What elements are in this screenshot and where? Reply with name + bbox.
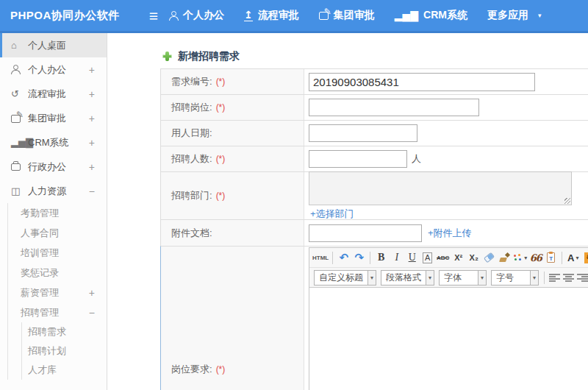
- chevron-down-icon: ▾: [530, 271, 538, 285]
- department-textarea[interactable]: [309, 171, 572, 205]
- home-icon: ⌂: [11, 40, 28, 51]
- font-border-button[interactable]: A: [423, 252, 432, 263]
- topnav-crm-system[interactable]: ▂▅▇ CRM系统: [395, 9, 467, 22]
- sidebar-item-rewards[interactable]: 奖惩记录: [8, 263, 107, 283]
- font-color-button[interactable]: A▾: [566, 249, 580, 266]
- field-value: [304, 95, 588, 120]
- subscript-button[interactable]: X₂: [467, 249, 481, 266]
- brush-icon: [500, 253, 509, 263]
- sidebar-item-hr-contract[interactable]: 人事合同: [8, 223, 107, 243]
- undo-button[interactable]: ↶: [337, 249, 351, 266]
- font-family-select[interactable]: 字体 ▾: [439, 270, 487, 286]
- topnav-personal-office[interactable]: 个人办公: [169, 9, 224, 22]
- sidebar-item-recruit-plan[interactable]: 招聘计划: [22, 341, 107, 361]
- field-label: 招聘岗位: (*): [161, 95, 304, 120]
- required-marker: (*): [216, 77, 226, 87]
- form-row-headcount: 招聘人数: (*) 人: [160, 146, 588, 171]
- sidebar-item-label: 集团审批: [28, 112, 66, 125]
- paste-from-word-button[interactable]: T: [544, 249, 558, 266]
- sidebar-item-attendance[interactable]: 考勤管理: [8, 203, 107, 223]
- collapse-icon[interactable]: −: [89, 307, 95, 319]
- demand-no-input[interactable]: [309, 73, 535, 91]
- field-value: 人: [304, 146, 588, 171]
- add-plus-icon: [162, 52, 172, 61]
- sidebar-item-label: 招聘管理: [21, 306, 59, 319]
- select-department-link[interactable]: +选择部门: [310, 208, 354, 221]
- field-value: HTML ↶ ↷ B I U A ABC X² X₂: [304, 247, 588, 390]
- headcount-input[interactable]: [309, 150, 407, 168]
- chevron-down-icon: ▾: [426, 271, 434, 285]
- collapse-icon[interactable]: −: [89, 185, 95, 197]
- sidebar-item-personal-desktop[interactable]: ⌂ 个人桌面: [0, 33, 107, 57]
- app-logo[interactable]: PHPOA协同办公软件: [0, 9, 138, 23]
- form-row-department: 招聘部门: (*) +选择部门: [160, 171, 588, 219]
- expand-icon[interactable]: +: [89, 137, 95, 149]
- blockquote-button[interactable]: 66: [528, 249, 542, 266]
- expand-icon[interactable]: +: [89, 287, 95, 299]
- expand-icon[interactable]: +: [89, 64, 95, 76]
- expand-icon[interactable]: +: [89, 161, 95, 173]
- redo-button[interactable]: ↷: [352, 249, 366, 266]
- sidebar-item-recruit-demand[interactable]: 招聘需求: [22, 322, 107, 341]
- position-input[interactable]: [309, 99, 479, 116]
- font-size-select[interactable]: 字号 ▾: [491, 270, 539, 286]
- required-marker: (*): [216, 364, 226, 375]
- field-value: [304, 121, 588, 146]
- menu-toggle-icon[interactable]: ≡: [138, 8, 169, 24]
- toolbar-separator: [332, 252, 333, 264]
- html-source-button[interactable]: HTML: [312, 249, 329, 266]
- topnav-workflow-approval[interactable]: ↥ 流程审批: [244, 9, 299, 22]
- field-label: 岗位要求: (*): [161, 247, 304, 390]
- strikethrough-button[interactable]: ABC: [436, 249, 450, 266]
- topnav-group-approval[interactable]: 集团审批: [319, 9, 375, 22]
- format-clear-button[interactable]: [482, 249, 496, 266]
- sidebar-item-salary[interactable]: 薪资管理 +: [8, 283, 107, 302]
- align-right-button[interactable]: [577, 273, 588, 282]
- field-label: 需求编号: (*): [161, 69, 304, 94]
- field-value: +附件上传: [304, 220, 588, 246]
- sidebar-item-label: 奖惩记录: [21, 266, 59, 280]
- sidebar-item-personal-office[interactable]: 个人办公 +: [0, 57, 107, 82]
- editor-toolbar-row2: 自定义标题 ▾ 段落格式 ▾ 字体 ▾: [309, 268, 588, 288]
- expand-icon[interactable]: +: [89, 88, 95, 100]
- form-row-position: 招聘岗位: (*): [160, 94, 588, 120]
- color-palette-button[interactable]: ▾: [513, 249, 527, 266]
- sidebar-item-training[interactable]: 培训管理: [8, 243, 107, 263]
- user-icon: [11, 65, 28, 74]
- hire-date-input[interactable]: [309, 124, 417, 142]
- sidebar-item-crm-system[interactable]: ▂▅▇ CRM系统 +: [0, 130, 107, 155]
- sidebar-item-talent-pool[interactable]: 人才库: [22, 361, 107, 380]
- align-left-button[interactable]: [549, 273, 560, 282]
- underline-button[interactable]: U: [405, 249, 419, 266]
- custom-title-select[interactable]: 自定义标题 ▾: [314, 270, 376, 286]
- required-marker: (*): [216, 154, 226, 164]
- edit-box-icon: [319, 11, 329, 20]
- expand-icon[interactable]: +: [89, 113, 95, 124]
- sidebar-item-workflow-approval[interactable]: ↺ 流程审批 +: [0, 82, 107, 106]
- format-paint-button[interactable]: [498, 249, 512, 266]
- align-center-button[interactable]: [563, 273, 574, 282]
- sidebar-item-human-resources[interactable]: ◫ 人力资源 −: [0, 179, 107, 203]
- topnav-label: 个人办公: [183, 9, 224, 22]
- main-content: 新增招聘需求 需求编号: (*) 招聘岗位: (*): [107, 33, 588, 390]
- attachment-input[interactable]: [309, 224, 422, 242]
- workflow-icon: ↥: [244, 10, 253, 21]
- sidebar-item-recruitment[interactable]: 招聘管理 −: [8, 302, 107, 322]
- attachment-upload-link[interactable]: +附件上传: [428, 227, 472, 240]
- sidebar-item-group-approval[interactable]: 集团审批 +: [0, 106, 107, 130]
- required-marker: (*): [216, 191, 226, 201]
- toolbar-separator: [562, 252, 562, 264]
- topnav-more-apps[interactable]: 更多应用 ▾: [487, 9, 542, 22]
- editor-content-area[interactable]: [309, 288, 588, 390]
- bold-button[interactable]: B: [374, 249, 388, 266]
- sidebar-item-admin-office[interactable]: 行政办公 +: [0, 155, 107, 179]
- workflow-icon: ↺: [11, 88, 28, 99]
- label-text: 招聘岗位:: [171, 101, 212, 114]
- superscript-button[interactable]: X²: [451, 249, 465, 266]
- italic-button[interactable]: I: [390, 249, 404, 266]
- highlight-color-button[interactable]: a: [581, 249, 588, 266]
- paragraph-format-select[interactable]: 段落格式 ▾: [381, 270, 434, 286]
- topnav-label: 流程审批: [258, 9, 299, 22]
- sidebar-item-label: 考勤管理: [21, 207, 59, 220]
- form-row-hire-date: 用人日期:: [160, 120, 588, 146]
